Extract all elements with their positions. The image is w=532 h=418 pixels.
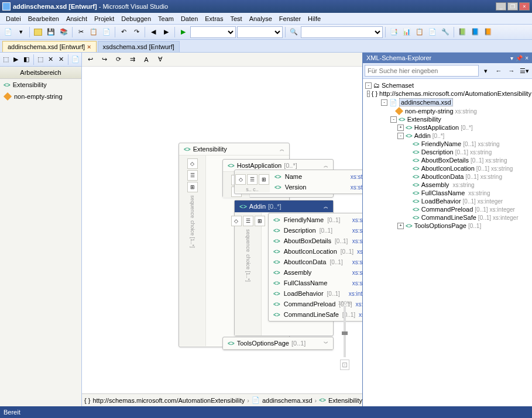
ws-btn-6[interactable]: ✕ [57,54,66,65]
element-fullclassname[interactable]: <>FullClassNamexs:string [269,278,362,288]
search-prev-icon[interactable]: ← [493,65,504,77]
cv-btn-5[interactable]: A [140,54,152,65]
workspace-item-extensibility[interactable]: <>Extensibility [0,79,81,91]
node-toolsoptions[interactable]: <> ToolsOptionsPage [0..1] ︾ [222,337,334,350]
tree-schemaset[interactable]: Schemaset [382,82,414,89]
breadcrumb-ns[interactable]: http://schemas.microsoft.com/AutomationE… [92,397,245,404]
undo-button[interactable]: ↶ [118,26,129,38]
tree-toggle[interactable]: + [397,223,404,229]
element-friendlyname[interactable]: <>FriendlyName[0..1]xs:string [269,215,362,225]
element-description[interactable]: <>Description[0..1]xs:string [269,225,362,236]
close-button[interactable]: × [519,2,530,11]
zoom-slider[interactable]: 100% ⊡ [339,300,351,370]
rail-icon[interactable]: ⊞ [255,216,265,226]
rail-icon[interactable]: ⊞ [259,174,269,185]
tree-ns[interactable]: http://schemas.microsoft.com/AutomationE… [379,90,531,97]
menu-extras[interactable]: Extras [201,14,226,23]
breadcrumb-ext[interactable]: Extensibility [328,397,362,404]
menu-ansicht[interactable]: Ansicht [63,14,91,23]
rail-icon[interactable]: ◇ [231,216,242,226]
tab-xsdschema-xsd-entwurf-[interactable]: xsdschema.xsd [Entwurf] [98,41,180,52]
new-button[interactable]: ▾ [15,26,27,38]
menu-team[interactable]: Team [155,14,177,23]
collapse-icon[interactable]: ︽ [324,203,328,210]
menu-datei[interactable]: Datei [2,14,25,23]
tree-addin[interactable]: Addin [414,132,431,139]
tb-e[interactable]: 🔧 [440,26,451,38]
panel-dropdown-icon[interactable]: ▾ [510,55,513,61]
save-all-button[interactable]: 📚 [58,26,70,38]
rail-icon[interactable]: ☰ [243,216,253,226]
ws-btn-4[interactable]: ⬚ [36,54,45,65]
maximize-button[interactable]: ❐ [507,2,518,11]
element-abouticondata[interactable]: <>AboutIconData[0..1]xs:string [269,257,362,267]
tb-d[interactable]: 📄 [427,26,438,38]
panel-close-icon[interactable]: × [525,55,528,61]
element-name[interactable]: <>Namexs:string [270,171,362,182]
expand-icon[interactable]: ︾ [324,340,328,347]
tree-ext[interactable]: Extensibility [407,116,441,123]
start-button[interactable]: ▶ [177,26,189,38]
tree-host[interactable]: HostApplication [414,124,459,131]
ws-btn-5[interactable]: ✕ [46,54,56,65]
workspace-item-non-empty-string[interactable]: non-empty-string [0,91,81,102]
element-version[interactable]: <>Versionxs:string [270,182,362,192]
tree-node-friendlyname[interactable]: <>FriendlyName [0..1] xs:string [365,140,530,148]
rail-icon[interactable]: ⊞ [187,182,198,192]
nav-back-button[interactable]: ◀ [147,26,159,38]
search-options-icon[interactable]: ☰▾ [519,65,530,77]
tree-node-loadbehavior[interactable]: <>LoadBehavior [0..1] xs:integer [365,197,530,205]
element-loadbehavior[interactable]: <>LoadBehavior[0..1]xs:integer [269,288,362,299]
platform-select[interactable] [237,26,283,38]
redo-button[interactable]: ↷ [131,26,142,38]
config-select[interactable] [190,26,236,38]
rail-icon[interactable]: ☰ [247,174,258,185]
pin-icon[interactable]: 📌 [516,55,523,61]
minimize-button[interactable]: _ [496,2,506,11]
menu-bearbeiten[interactable]: Bearbeiten [25,14,63,23]
tree-node-abouticonlocation[interactable]: <>AboutIconLocation [0..1] xs:string [365,164,530,172]
tb-f[interactable]: 📗 [457,26,468,38]
nav-fwd-button[interactable]: ▶ [160,26,172,38]
cut-button[interactable]: ✂ [75,26,87,38]
copy-button[interactable]: 📋 [88,26,99,38]
tree-node-abouticondata[interactable]: <>AboutIconData [0..1] xs:string [365,172,530,181]
collapse-icon[interactable]: ︽ [324,163,328,169]
tb-c[interactable]: 📋 [414,26,425,38]
cv-btn-1[interactable]: ↩ [84,54,96,65]
element-abouticonlocation[interactable]: <>AboutIconLocation[0..1]xs:string [269,246,362,257]
open-button[interactable] [32,26,44,38]
breadcrumb-file[interactable]: addinschema.xsd [262,397,313,404]
tb-g[interactable]: 📘 [469,26,481,38]
save-button[interactable]: 💾 [45,26,57,38]
tb-h[interactable]: 📙 [482,26,494,38]
element-aboutboxdetails[interactable]: <>AboutBoxDetails[0..1]xs:string [269,236,362,246]
tree-toggle[interactable]: + [397,125,404,131]
tree-node-commandpreload[interactable]: <>CommandPreload [0..1] xs:integer [365,205,530,213]
tree-node-fullclassname[interactable]: <>FullClassName xs:string [365,189,530,197]
tree-node-description[interactable]: <>Description [0..1] xs:string [365,148,530,156]
menu-daten[interactable]: Daten [177,14,201,23]
rail-icon[interactable]: ◇ [235,174,246,185]
ws-btn-2[interactable]: ▶ [12,54,21,65]
find-button[interactable]: 🔍 [288,26,300,38]
cv-btn-3[interactable]: ⟳ [112,54,124,65]
tree-toggle[interactable]: - [367,91,370,97]
tree-tools[interactable]: ToolsOptionsPage [414,222,466,229]
new-project-button[interactable]: 📄 [2,26,14,38]
ws-btn-1[interactable]: ⬚ [1,54,11,65]
cv-btn-2[interactable]: ↪ [98,54,110,65]
tb-b[interactable]: 📊 [401,26,413,38]
tree-file[interactable]: addinschema.xsd [399,98,453,106]
menu-debuggen[interactable]: Debuggen [118,14,155,23]
menu-hilfe[interactable]: Hilfe [304,14,324,23]
rail-icon[interactable]: ◇ [187,158,198,169]
tree-toggle[interactable]: - [397,133,404,139]
paste-button[interactable]: 📄 [101,26,112,38]
cv-btn-6[interactable]: ∀ [155,54,166,65]
tree-node-commandlinesafe[interactable]: <>CommandLineSafe [0..1] xs:integer [365,213,530,222]
tree-toggle[interactable]: - [390,116,397,123]
rail-icon[interactable]: ☰ [187,170,198,181]
tree-node-aboutboxdetails[interactable]: <>AboutBoxDetails [0..1] xs:string [365,156,530,164]
menu-projekt[interactable]: Projekt [91,14,118,23]
